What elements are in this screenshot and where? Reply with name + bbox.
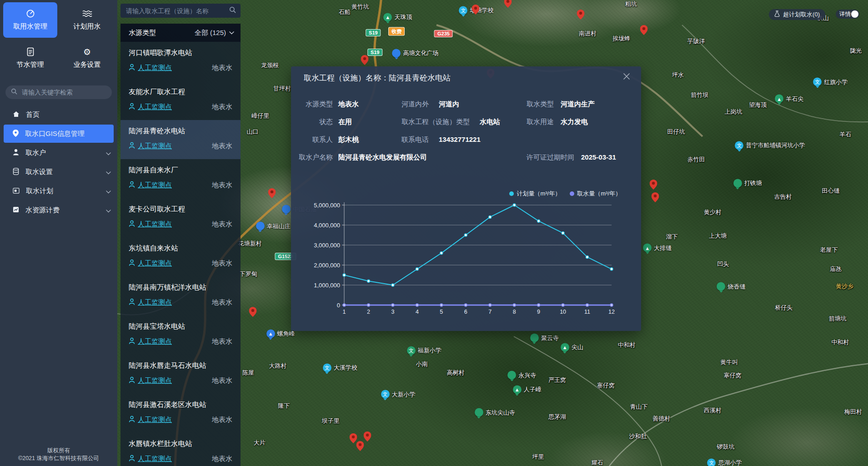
- menu-item-intake-plan[interactable]: 取水计划: [0, 182, 117, 200]
- menu-item-intake-settings[interactable]: 取水设置: [0, 163, 117, 181]
- intake-chart: 计划量（m³/年）取水量（m³/年） 01,000,0002,000,0003,…: [299, 188, 633, 323]
- map-poi-marker[interactable]: 文大溪学校: [323, 363, 357, 372]
- svg-text:8: 8: [513, 309, 516, 315]
- station-list-item[interactable]: 麦卡公司取水工程 人工监测点 地表水: [120, 198, 241, 237]
- monitor-point-link[interactable]: 人工监测点: [138, 337, 172, 346]
- detail-toggle[interactable]: 详情: [836, 10, 859, 19]
- map-poi-marker[interactable]: 高塘文化广场: [392, 49, 438, 57]
- monitor-point-link[interactable]: 人工监测点: [138, 103, 172, 111]
- map-label: 隆下: [278, 402, 290, 410]
- water-source-type: 地表水: [212, 181, 232, 190]
- station-list-item[interactable]: 陆河县激石溪老区水电站 人工监测点 地表水: [120, 394, 241, 433]
- map-poi-marker[interactable]: 文福新小学: [407, 346, 442, 355]
- map-poi-marker[interactable]: ▲羊石尖: [775, 95, 803, 103]
- station-list-item[interactable]: 河口镇唱歌潭水电站 人工监测点 地表水: [120, 42, 241, 81]
- map-label: 陇光: [850, 47, 862, 55]
- monitor-point-link[interactable]: 人工监测点: [138, 220, 172, 229]
- map-poi-marker[interactable]: ▲螺角峰: [266, 329, 295, 338]
- monitor-point-link[interactable]: 人工监测点: [138, 64, 172, 72]
- monitor-point-link[interactable]: 人工监测点: [138, 298, 172, 307]
- map-poi-marker[interactable]: 文红旗小学: [813, 78, 848, 86]
- map-marker-red-icon[interactable]: [363, 431, 371, 443]
- poi-pin-icon: 文: [459, 6, 467, 15]
- module-water-intake-management[interactable]: 取用水管理: [3, 2, 57, 38]
- map-marker-red-icon[interactable]: [249, 307, 256, 319]
- station-list-item[interactable]: 陆河县宝塔水电站 人工监测点 地表水: [120, 316, 241, 355]
- close-icon[interactable]: [623, 73, 630, 80]
- map-poi-marker[interactable]: 文普宁市船埔镇河坑小学: [735, 141, 805, 150]
- station-name: 陆河县水唇走马石水电站: [129, 361, 232, 371]
- module-label: 业务设置: [74, 60, 101, 69]
- monitor-point-link[interactable]: 人工监测点: [138, 259, 172, 268]
- map-poi-marker[interactable]: ▲天珠顶: [383, 13, 412, 21]
- map-label: 挨垅蜂: [612, 35, 630, 43]
- svg-text:12: 12: [608, 309, 615, 315]
- map-poi-marker[interactable]: 文思湖小学: [707, 458, 742, 466]
- map-marker-red-icon[interactable]: [640, 25, 648, 37]
- map-poi-marker[interactable]: 幸福山庄: [256, 222, 291, 230]
- station-list-item[interactable]: 友能水厂取水工程 人工监测点 地表水: [120, 81, 241, 120]
- field-label: 联系人: [296, 135, 333, 144]
- map-marker-red-icon[interactable]: [268, 188, 276, 200]
- map-poi-marker[interactable]: 烧香缝: [717, 282, 745, 291]
- module-label: 取用水管理: [13, 22, 47, 31]
- map-poi-marker[interactable]: 聚云寺: [530, 334, 559, 342]
- station-search-input[interactable]: [125, 7, 229, 15]
- field-value: 在用: [338, 118, 352, 126]
- menu-item-gis-info-management[interactable]: 取水口GIS信息管理: [4, 125, 114, 143]
- module-water-saving-management[interactable]: 节水管理: [3, 40, 57, 76]
- map-marker-red-icon[interactable]: [361, 55, 368, 67]
- waves-icon: [82, 9, 92, 18]
- filter-dropdown[interactable]: 全部 (125): [195, 29, 234, 37]
- station-list-item[interactable]: 水唇镇水栏肚水电站 人工监测点 地表水: [120, 433, 241, 466]
- monitor-point-link[interactable]: 人工监测点: [138, 455, 172, 463]
- modal-field: 联系电话13432771221: [401, 135, 481, 144]
- station-list-item[interactable]: 陆河县自来水厂 人工监测点 地表水: [120, 159, 241, 198]
- field-value: 彭木桃: [338, 135, 359, 144]
- monitor-point-link[interactable]: 人工监测点: [138, 142, 172, 150]
- monitor-point-link[interactable]: 人工监测点: [138, 181, 172, 190]
- monitor-point-link[interactable]: 人工监测点: [138, 416, 172, 424]
- chart-plot: 01,000,0002,000,0003,000,0004,000,0005,0…: [299, 199, 633, 318]
- station-list-item[interactable]: 陆河县水唇走马石水电站 人工监测点 地表水: [120, 355, 241, 394]
- station-name: 陆河县自来水厂: [129, 165, 232, 175]
- station-list-item[interactable]: 东坑镇自来水站 人工监测点 地表水: [120, 237, 241, 276]
- map-poi-marker[interactable]: ▲人子嶂: [513, 385, 542, 394]
- menu-item-water-users[interactable]: 取水户: [0, 144, 117, 162]
- legend-item[interactable]: 取水量（m³/年）: [570, 190, 621, 198]
- map-label: 溜下: [666, 233, 678, 241]
- chart-legend[interactable]: 计划量（m³/年）取水量（m³/年）: [299, 188, 633, 199]
- sidebar-search-input[interactable]: [21, 88, 106, 96]
- chevron-down-icon: [106, 168, 111, 176]
- road-badge: S19: [366, 29, 381, 36]
- monitor-point-link[interactable]: 人工监测点: [138, 376, 172, 385]
- menu-item-home[interactable]: 首页: [0, 105, 117, 124]
- station-list-panel: 水源类型 全部 (125) 河口镇唱歌潭水电站 人工监测点 地表水 友能水厂取水…: [120, 24, 241, 466]
- module-business-settings[interactable]: ⚙ 业务设置: [60, 40, 114, 76]
- map-label: 寒仔窝: [724, 371, 742, 380]
- map-poi-marker[interactable]: 文大新小学: [381, 390, 416, 399]
- poi-label: 思湖小学: [718, 459, 742, 466]
- gear-icon: ⚙: [83, 47, 91, 56]
- map-poi-marker[interactable]: 东坑尖山寺: [475, 408, 515, 417]
- station-list-item[interactable]: 陆河县青砼水电站 人工监测点 地表水: [120, 120, 241, 159]
- map-poi-marker[interactable]: ▲尖山: [561, 343, 583, 351]
- station-list-item[interactable]: 陆河县南万镇杞洋水电站 人工监测点 地表水: [120, 276, 241, 316]
- map-poi-marker[interactable]: 打铁塘: [733, 179, 762, 187]
- map-marker-red-icon[interactable]: [577, 10, 585, 21]
- poi-label: 聚云寺: [541, 334, 559, 342]
- poi-pin-icon: 文: [735, 141, 743, 150]
- module-planned-water-use[interactable]: 计划用水: [60, 2, 114, 38]
- search-icon[interactable]: [229, 6, 236, 15]
- map-marker-red-icon[interactable]: [652, 192, 659, 204]
- water-source-type: 地表水: [212, 416, 232, 424]
- map-poi-marker[interactable]: 永兴寺: [507, 371, 536, 380]
- map-poi-marker[interactable]: ▲大排缝: [643, 244, 672, 252]
- menu-item-water-resource-billing[interactable]: 水资源计费: [0, 201, 117, 219]
- person-icon: [129, 416, 135, 424]
- over-plan-intake-badge[interactable]: 超计划取水(0): [769, 9, 825, 20]
- map-marker-red-icon[interactable]: [472, 5, 480, 16]
- legend-item[interactable]: 计划量（m³/年）: [509, 190, 561, 198]
- map-marker-red-icon[interactable]: [650, 180, 657, 191]
- map-marker-red-icon[interactable]: [504, 0, 512, 10]
